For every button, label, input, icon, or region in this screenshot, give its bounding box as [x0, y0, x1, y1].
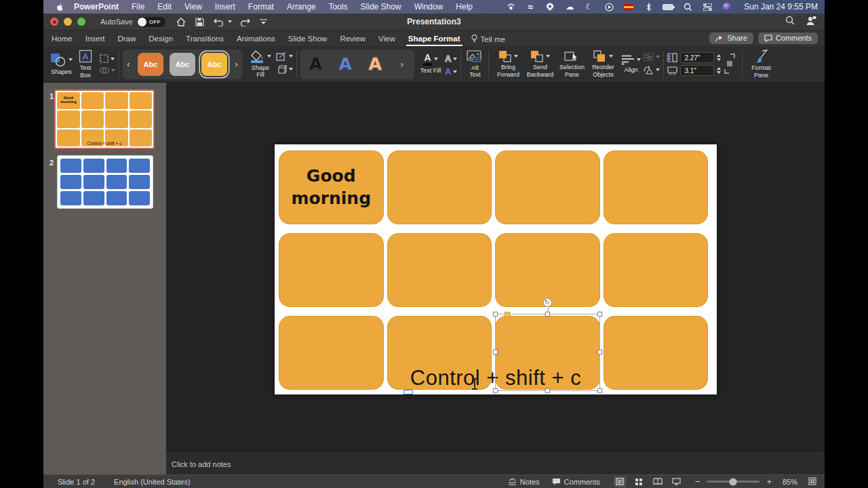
battery-icon[interactable]	[663, 2, 673, 12]
slide-sorter-view-button[interactable]	[633, 476, 645, 487]
zoom-in-button[interactable]: +	[766, 477, 772, 486]
alt-text-button[interactable]: Alt Text	[465, 49, 485, 79]
slideshow-view-button[interactable]	[671, 476, 683, 487]
tab-tell-me[interactable]: Tell me	[471, 35, 505, 46]
menu-item-format[interactable]: Format	[248, 2, 274, 12]
shape-fill-button[interactable]: Shape Fill	[246, 49, 275, 79]
normal-view-button[interactable]	[614, 476, 626, 487]
undo-icon[interactable]	[214, 18, 224, 26]
tab-draw[interactable]: Draw	[115, 33, 138, 46]
tab-home[interactable]: Home	[50, 33, 75, 46]
bring-forward-button[interactable]: Bring Forward	[492, 49, 524, 78]
format-pane-button[interactable]: Format Pane	[746, 49, 776, 79]
send-backward-button[interactable]: Send Backward	[524, 49, 556, 78]
text-outline-button[interactable]: A	[445, 54, 457, 63]
align-button[interactable]: Align	[618, 54, 643, 74]
slide-shape-2[interactable]	[387, 150, 492, 224]
menu-item-edit[interactable]: Edit	[157, 2, 172, 12]
slide-1-thumbnail[interactable]: Good morning Control + shift + c	[54, 89, 155, 149]
wordart-style-black[interactable]: A	[309, 56, 322, 73]
slide-2-thumbnail[interactable]	[57, 155, 153, 209]
editing-canvas[interactable]: Good morning Control + shift + c ↻	[166, 83, 825, 453]
share-profile-icon[interactable]	[806, 16, 816, 28]
share-button[interactable]: Share	[709, 33, 753, 44]
menu-item-arrange[interactable]: Arrange	[287, 2, 316, 12]
cloud-icon[interactable]: ☁	[564, 2, 575, 12]
slide-shape-6[interactable]	[387, 233, 492, 307]
rotate-objects-button[interactable]	[643, 66, 660, 75]
menu-item-file[interactable]: File	[132, 2, 144, 12]
text-fill-button[interactable]: A Text Fill	[418, 52, 443, 75]
shapes-button[interactable]: Shapes	[49, 52, 74, 76]
slide-shape-4[interactable]	[604, 150, 709, 224]
shape-outline-button[interactable]	[276, 52, 293, 61]
shape-style-swatch-1[interactable]: Abc	[138, 53, 163, 76]
wordart-next-arrow[interactable]: ›	[398, 60, 406, 68]
gallery-prev-arrow[interactable]: ‹	[125, 60, 132, 68]
slide-shape-8[interactable]	[604, 233, 709, 307]
shape-style-swatch-3[interactable]: Abc	[201, 53, 227, 76]
shape-effects-button[interactable]	[276, 65, 293, 74]
slide-shape-1[interactable]: Good morning	[279, 150, 384, 224]
bluetooth-icon[interactable]	[643, 2, 654, 12]
spotlight-search-icon[interactable]	[682, 2, 693, 12]
tab-animations[interactable]: Animations	[235, 33, 277, 46]
language-indicator[interactable]: English (United States)	[114, 478, 191, 486]
shape-height-field[interactable]: 2.27"	[680, 52, 714, 63]
slide-shape-7[interactable]	[495, 233, 600, 307]
notes-toggle-button[interactable]: Notes	[508, 478, 540, 486]
zoom-window-button[interactable]	[77, 18, 85, 26]
spain-flag-icon[interactable]	[623, 2, 634, 12]
slide-overlay-text[interactable]: Control + shift + c	[275, 366, 717, 390]
slide-shape-3[interactable]	[495, 150, 600, 224]
menu-item-powerpoint[interactable]: PowerPoint	[74, 2, 119, 12]
search-icon[interactable]	[785, 16, 795, 28]
reading-view-button[interactable]	[652, 476, 664, 487]
zoom-slider-thumb[interactable]	[730, 478, 737, 485]
menu-item-window[interactable]: Window	[414, 2, 443, 12]
redo-icon[interactable]	[240, 18, 250, 26]
hotspot-icon[interactable]	[505, 2, 516, 12]
wordart-style-blue[interactable]: A	[339, 56, 352, 73]
tab-slide-show[interactable]: Slide Show	[286, 33, 330, 46]
menu-item-insert[interactable]: Insert	[215, 2, 235, 12]
lock-aspect-ratio-icon[interactable]	[724, 52, 736, 77]
menu-item-view[interactable]: View	[184, 2, 202, 12]
autosave-toggle[interactable]: OFF	[137, 17, 165, 27]
slide-counter[interactable]: Slide 1 of 2	[58, 478, 95, 486]
menu-item-help[interactable]: Help	[456, 2, 473, 12]
tab-transitions[interactable]: Transitions	[184, 33, 226, 46]
play-circle-icon[interactable]	[604, 2, 614, 12]
slide-shape-5[interactable]	[279, 233, 384, 307]
wordart-style-orange[interactable]: A	[368, 56, 381, 73]
tab-design[interactable]: Design	[146, 33, 175, 46]
tab-view[interactable]: View	[376, 33, 397, 46]
zoom-out-button[interactable]: −	[695, 477, 701, 486]
menu-bar-clock[interactable]: Sun Jan 24 9:55 PM	[744, 2, 818, 12]
merge-shapes-button[interactable]	[100, 67, 115, 74]
app-circle-icon[interactable]	[722, 2, 732, 12]
menu-item-slide-show[interactable]: Slide Show	[361, 2, 401, 12]
comments-toggle-button[interactable]: Comments	[552, 478, 600, 486]
edit-shape-button[interactable]	[100, 54, 115, 63]
text-box-button[interactable]: A Text Box	[74, 49, 97, 79]
text-effects-button[interactable]: A	[445, 67, 457, 76]
comments-button[interactable]: Comments	[758, 33, 818, 44]
wave-icon[interactable]: ≈	[525, 2, 536, 12]
tab-insert[interactable]: Insert	[83, 33, 107, 46]
group-objects-button[interactable]	[643, 53, 660, 62]
moon-icon[interactable]: ☾	[584, 2, 595, 12]
reorder-objects-button[interactable]: Reorder Objects	[587, 49, 618, 78]
close-window-button[interactable]	[50, 18, 58, 26]
selection-pane-button[interactable]: Selection Pane	[556, 49, 587, 78]
tab-review[interactable]: Review	[338, 33, 368, 46]
minimize-window-button[interactable]	[64, 18, 72, 26]
fit-to-window-button[interactable]	[808, 477, 816, 487]
apple-menu-icon[interactable]	[56, 3, 64, 12]
tab-shape-format[interactable]: Shape Format	[406, 33, 462, 46]
width-stepper[interactable]	[717, 67, 721, 74]
menu-item-tools[interactable]: Tools	[329, 2, 348, 12]
zoom-percentage[interactable]: 85%	[783, 478, 797, 486]
slide-page[interactable]: Good morning Control + shift + c ↻	[275, 144, 717, 394]
customize-toolbar-icon[interactable]	[260, 19, 267, 25]
